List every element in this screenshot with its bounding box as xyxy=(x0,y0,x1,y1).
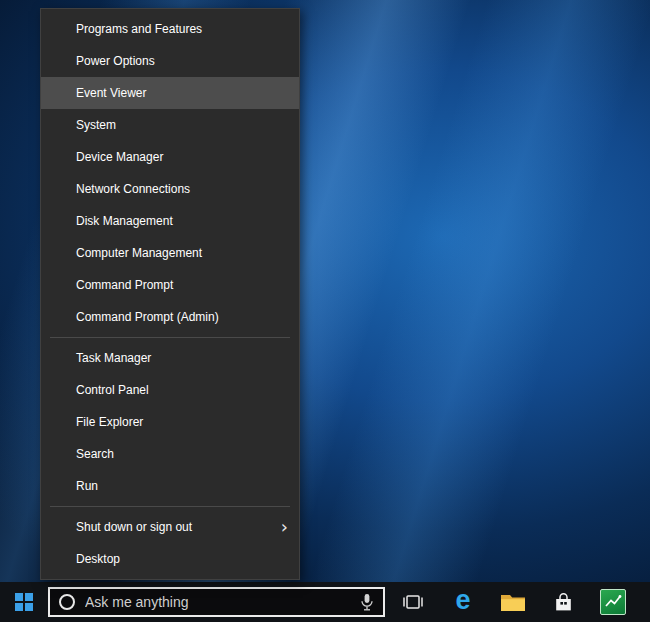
menu-item-search[interactable]: Search xyxy=(41,438,299,470)
menu-item-command-prompt[interactable]: Command Prompt xyxy=(41,269,299,301)
menu-item-label: Run xyxy=(76,479,289,493)
menu-item-event-viewer[interactable]: Event Viewer xyxy=(41,77,299,109)
search-input[interactable] xyxy=(75,594,360,610)
chart-app-button[interactable] xyxy=(588,582,638,622)
menu-separator xyxy=(50,506,290,507)
cortana-icon xyxy=(59,594,75,610)
menu-item-control-panel[interactable]: Control Panel xyxy=(41,374,299,406)
submenu-chevron-icon: › xyxy=(281,518,288,536)
menu-item-desktop[interactable]: Desktop xyxy=(41,543,299,575)
menu-item-label: Control Panel xyxy=(76,383,289,397)
task-view-button[interactable] xyxy=(388,582,438,622)
taskbar: e xyxy=(0,582,650,622)
context-menu-items: Programs and FeaturesPower OptionsEvent … xyxy=(41,13,299,575)
search-box[interactable] xyxy=(48,587,385,617)
windows-logo-icon xyxy=(15,593,33,611)
menu-item-label: Desktop xyxy=(76,552,289,566)
file-explorer-button[interactable] xyxy=(488,582,538,622)
menu-item-label: Event Viewer xyxy=(76,86,289,100)
menu-item-label: Programs and Features xyxy=(76,22,289,36)
winx-context-menu: Programs and FeaturesPower OptionsEvent … xyxy=(40,8,300,580)
menu-item-programs-and-features[interactable]: Programs and Features xyxy=(41,13,299,45)
folder-icon xyxy=(500,592,526,613)
menu-item-label: Power Options xyxy=(76,54,289,68)
menu-item-label: Device Manager xyxy=(76,150,289,164)
task-view-icon xyxy=(401,592,425,612)
menu-item-task-manager[interactable]: Task Manager xyxy=(41,342,299,374)
menu-item-file-explorer[interactable]: File Explorer xyxy=(41,406,299,438)
menu-item-label: Computer Management xyxy=(76,246,289,260)
microphone-icon[interactable] xyxy=(360,593,374,612)
menu-item-label: File Explorer xyxy=(76,415,289,429)
edge-icon: e xyxy=(455,587,470,614)
menu-item-disk-management[interactable]: Disk Management xyxy=(41,205,299,237)
menu-item-label: Command Prompt (Admin) xyxy=(76,310,289,324)
menu-item-shut-down-or-sign-out[interactable]: Shut down or sign out› xyxy=(41,511,299,543)
menu-item-label: Network Connections xyxy=(76,182,289,196)
menu-separator xyxy=(50,337,290,338)
menu-item-system[interactable]: System xyxy=(41,109,299,141)
menu-item-label: System xyxy=(76,118,289,132)
menu-item-command-prompt-admin[interactable]: Command Prompt (Admin) xyxy=(41,301,299,333)
edge-button[interactable]: e xyxy=(438,582,488,622)
menu-item-computer-management[interactable]: Computer Management xyxy=(41,237,299,269)
menu-item-device-manager[interactable]: Device Manager xyxy=(41,141,299,173)
menu-item-power-options[interactable]: Power Options xyxy=(41,45,299,77)
start-button[interactable] xyxy=(0,582,48,622)
chart-app-icon xyxy=(600,589,626,615)
store-button[interactable] xyxy=(538,582,588,622)
menu-item-label: Search xyxy=(76,447,289,461)
menu-item-label: Shut down or sign out xyxy=(76,520,281,534)
taskbar-app-icons: e xyxy=(388,582,638,622)
menu-item-label: Command Prompt xyxy=(76,278,289,292)
menu-item-run[interactable]: Run xyxy=(41,470,299,502)
menu-item-label: Disk Management xyxy=(76,214,289,228)
menu-item-label: Task Manager xyxy=(76,351,289,365)
menu-item-network-connections[interactable]: Network Connections xyxy=(41,173,299,205)
store-bag-icon xyxy=(554,592,573,613)
